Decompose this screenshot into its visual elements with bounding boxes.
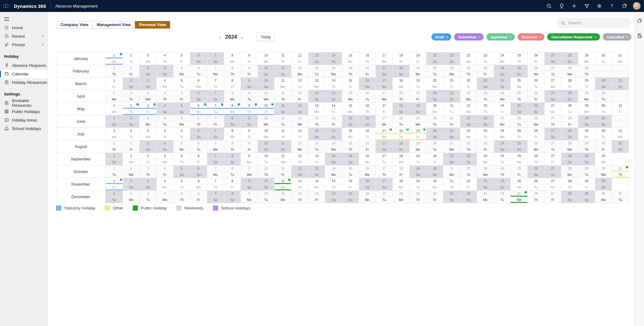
day-cell[interactable]: 21: [443, 103, 460, 109]
day-of-week-cell[interactable]: Su: [443, 59, 460, 65]
day-of-week-cell[interactable]: Mo: [106, 96, 123, 103]
user-avatar[interactable]: [633, 2, 641, 10]
day-of-week-cell[interactable]: We: [392, 159, 409, 166]
day-of-week-cell[interactable]: Mo: [460, 59, 477, 65]
day-cell[interactable]: 2: [123, 140, 140, 147]
day-cell[interactable]: 26: [527, 153, 544, 159]
day-cell[interactable]: 10: [258, 140, 275, 147]
day-of-week-cell[interactable]: Tu: [561, 109, 578, 115]
day-of-week-cell[interactable]: We: [443, 147, 460, 153]
day-of-week-cell[interactable]: Su: [510, 147, 527, 153]
day-cell[interactable]: 29: [578, 65, 595, 71]
day-of-week-cell[interactable]: Mo: [460, 96, 477, 103]
day-cell[interactable]: 26: [527, 178, 544, 184]
day-of-week-cell[interactable]: Tu: [274, 122, 291, 128]
day-cell[interactable]: 31: [612, 78, 629, 84]
day-of-week-cell[interactable]: We: [207, 147, 224, 153]
day-of-week-cell[interactable]: We: [460, 109, 477, 115]
day-cell[interactable]: 8: [224, 178, 241, 184]
day-of-week-cell[interactable]: Mo: [291, 147, 308, 153]
day-of-week-cell[interactable]: Su: [173, 109, 190, 115]
day-of-week-cell[interactable]: Mo: [409, 147, 426, 153]
day-of-week-cell[interactable]: Fr: [291, 59, 308, 65]
day-cell[interactable]: 27: [544, 65, 561, 71]
day-cell[interactable]: 30: [595, 103, 612, 109]
day-of-week-cell[interactable]: Mo: [106, 59, 123, 65]
day-of-week-cell[interactable]: Fr: [106, 84, 123, 90]
day-of-week-cell[interactable]: Sa: [595, 84, 612, 90]
day-cell[interactable]: 28: [561, 128, 578, 134]
day-of-week-cell[interactable]: Su: [325, 59, 342, 65]
day-cell[interactable]: 11: [274, 78, 291, 84]
day-cell[interactable]: 4: [156, 153, 173, 159]
day-of-week-cell[interactable]: Th: [241, 109, 258, 115]
day-cell[interactable]: 1: [106, 191, 123, 197]
day-of-week-cell[interactable]: Sa: [291, 172, 308, 178]
chevron-down-icon[interactable]: ∨: [42, 35, 44, 38]
day-of-week-cell[interactable]: Fr: [409, 96, 426, 103]
day-cell[interactable]: 20: [426, 90, 443, 96]
day-cell[interactable]: 15: [342, 52, 359, 59]
day-of-week-cell[interactable]: Mo: [477, 197, 494, 203]
day-cell[interactable]: 25: [510, 90, 527, 96]
day-cell[interactable]: 18: [392, 178, 409, 184]
day-of-week-cell[interactable]: Fr: [156, 172, 173, 178]
day-cell[interactable]: 23: [477, 191, 494, 197]
day-of-week-cell[interactable]: Mo: [578, 134, 595, 140]
day-cell[interactable]: 9: [241, 178, 258, 184]
day-of-week-cell[interactable]: Tu: [123, 96, 140, 103]
day-of-week-cell[interactable]: Th: [325, 184, 342, 191]
day-cell[interactable]: 26: [527, 140, 544, 147]
day-of-week-cell[interactable]: Mo: [224, 59, 241, 65]
day-of-week-cell[interactable]: Tu: [460, 172, 477, 178]
day-cell[interactable]: 11: [274, 103, 291, 109]
day-cell[interactable]: 10: [258, 153, 275, 159]
day-of-week-cell[interactable]: Fr: [190, 197, 207, 203]
day-of-week-cell[interactable]: Fr: [308, 197, 325, 203]
day-of-week-cell[interactable]: Th: [595, 109, 612, 115]
day-cell[interactable]: 4: [156, 78, 173, 84]
day-cell[interactable]: 25: [510, 153, 527, 159]
day-cell[interactable]: 18: [392, 140, 409, 147]
day-of-week-cell[interactable]: Sa: [544, 134, 561, 140]
day-of-week-cell[interactable]: We: [139, 59, 156, 65]
day-of-week-cell[interactable]: Su: [308, 172, 325, 178]
day-cell[interactable]: 31: [612, 166, 629, 172]
day-cell[interactable]: 19: [409, 65, 426, 71]
day-cell[interactable]: 3: [139, 52, 156, 59]
day-cell[interactable]: 6: [190, 115, 207, 122]
day-of-week-cell[interactable]: Tu: [190, 147, 207, 153]
day-cell[interactable]: 5: [173, 103, 190, 109]
day-of-week-cell[interactable]: Fr: [274, 172, 291, 178]
day-of-week-cell[interactable]: Sa: [308, 134, 325, 140]
day-cell[interactable]: 3: [139, 90, 156, 96]
day-cell[interactable]: 29: [578, 140, 595, 147]
day-of-week-cell[interactable]: Fr: [477, 147, 494, 153]
day-of-week-cell[interactable]: Sa: [258, 147, 275, 153]
day-cell[interactable]: 15: [342, 90, 359, 96]
day-of-week-cell[interactable]: Su: [578, 159, 595, 166]
day-cell[interactable]: 20: [426, 178, 443, 184]
day-cell[interactable]: 28: [561, 90, 578, 96]
day-of-week-cell[interactable]: Sa: [426, 96, 443, 103]
day-of-week-cell[interactable]: Mo: [477, 159, 494, 166]
day-of-week-cell[interactable]: Fr: [190, 159, 207, 166]
day-cell[interactable]: 11: [274, 52, 291, 59]
day-cell[interactable]: 4: [156, 103, 173, 109]
day-of-week-cell[interactable]: Sa: [325, 159, 342, 166]
day-of-week-cell[interactable]: Tu: [426, 71, 443, 78]
day-of-week-cell[interactable]: Tu: [291, 84, 308, 90]
remove-filter-icon[interactable]: ×: [478, 35, 480, 39]
day-cell[interactable]: 30: [595, 78, 612, 84]
day-cell[interactable]: 7: [207, 103, 224, 109]
day-cell[interactable]: 28: [561, 103, 578, 109]
day-of-week-cell[interactable]: Fr: [612, 109, 629, 115]
status-badge-draft[interactable]: Draft×: [431, 33, 452, 41]
day-cell[interactable]: 6: [190, 103, 207, 109]
day-cell[interactable]: 6: [190, 128, 207, 134]
day-of-week-cell[interactable]: We: [426, 84, 443, 90]
day-of-week-cell[interactable]: Tu: [477, 59, 494, 65]
day-of-week-cell[interactable]: Su: [561, 96, 578, 103]
day-cell[interactable]: 12: [291, 178, 308, 184]
status-badge-cancellation-requested[interactable]: Cancellation Requested×: [547, 33, 600, 41]
